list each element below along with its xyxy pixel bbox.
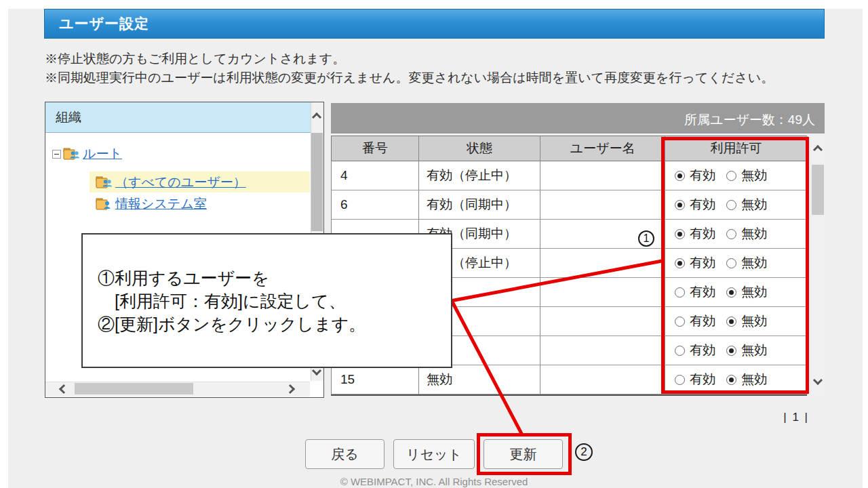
cell-status: 有効（同期中）: [419, 190, 540, 220]
tree-item-link[interactable]: ルート: [83, 145, 122, 163]
instruction-line: ①利用するユーザーを: [98, 266, 444, 289]
tree-item: 情報システム室: [96, 195, 207, 213]
cell-username: [540, 190, 665, 220]
step-2-marker: 2: [575, 443, 593, 461]
cell-status: 無効: [419, 365, 540, 394]
folder-users-icon: [96, 176, 112, 189]
cell-username: [540, 365, 665, 394]
folder-user-icon: [96, 197, 112, 211]
instruction-line: [利用許可：有効]に設定して、: [98, 289, 444, 312]
organization-panel-header: 組織: [45, 102, 323, 133]
member-count-label: 所属ユーザー数：49人: [684, 111, 815, 129]
member-count-banner: 所属ユーザー数：49人: [331, 103, 825, 134]
tree-expand-icon[interactable]: [52, 150, 61, 159]
tree-item: （すべてのユーザー）: [90, 171, 310, 192]
tree-item-link[interactable]: 情報システム室: [115, 195, 207, 213]
cell-number: 6: [332, 190, 419, 220]
org-horizontal-scrollbar-thumb[interactable]: [75, 383, 193, 394]
update-button[interactable]: 更新: [484, 439, 563, 469]
step-1-marker: 1: [638, 230, 654, 247]
back-button[interactable]: 戻る: [305, 439, 384, 469]
cell-username: [540, 336, 665, 365]
cell-number: 4: [332, 161, 419, 190]
tree-item: ルート: [52, 145, 122, 163]
cell-username: [540, 307, 665, 336]
permission-column-highlight-rect: [661, 137, 809, 394]
column-header-username: ユーザー名: [540, 136, 665, 161]
cell-username: [540, 278, 665, 307]
page-title-bar: ユーザー設定: [44, 9, 825, 39]
column-header-status: 状態: [419, 136, 540, 161]
cell-username: [540, 161, 665, 190]
org-vertical-scrollbar-thumb[interactable]: [311, 133, 323, 231]
column-header-number: 番号: [332, 136, 419, 161]
user-settings-screen: ユーザー設定 ※停止状態の方もご利用としてカウントされます。 ※同期処理実行中の…: [0, 0, 868, 488]
page-title: ユーザー設定: [59, 14, 149, 33]
folder-users-icon: [63, 147, 79, 161]
pagination[interactable]: | 1 |: [753, 411, 809, 424]
cell-number: 15: [332, 365, 419, 394]
tree-item-link[interactable]: （すべてのユーザー）: [115, 174, 246, 191]
copyright-footer: © WEBIMPACT, INC. All Rights Reserved: [0, 476, 868, 487]
reset-button[interactable]: リセット: [393, 439, 475, 469]
instruction-line: ②[更新]ボタンをクリックします。: [98, 312, 444, 336]
note-count-warning: ※停止状態の方もご利用としてカウントされます。: [45, 50, 345, 68]
note-sync-warning: ※同期処理実行中のユーザーは利用状態の変更が行えません。変更されない場合は時間を…: [45, 69, 774, 87]
instruction-callout-box: ①利用するユーザーを [利用許可：有効]に設定して、 ②[更新]ボタンをクリック…: [81, 233, 452, 368]
table-vertical-scrollbar-thumb[interactable]: [812, 165, 824, 215]
cell-status: 有効（停止中）: [419, 161, 540, 190]
